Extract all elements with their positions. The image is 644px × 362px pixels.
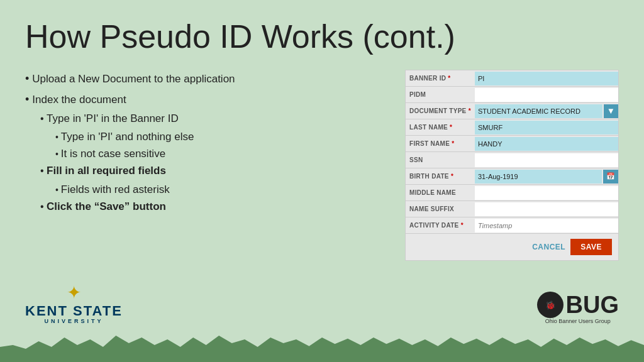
birth-date-row: BIRTH DATE * 📅: [406, 168, 618, 185]
document-type-wrapper: ▼: [475, 104, 618, 118]
pidm-row: PIDM: [406, 87, 618, 103]
document-type-dropdown-button[interactable]: ▼: [604, 104, 618, 118]
list-item: Fill in all required fields Fields with …: [40, 162, 386, 197]
kent-state-sub: UNIVERSITY: [44, 318, 103, 324]
list-item: Upload a New Document to the application: [25, 70, 386, 88]
slide-title: How Pseudo ID Works (cont.): [25, 19, 619, 55]
obug-text-row: 🐞 BUG: [537, 292, 619, 318]
name-suffix-label: NAME SUFFIX: [406, 203, 475, 215]
list-item: Fields with red asterisk: [55, 181, 386, 198]
bullet-list: Upload a New Document to the application…: [25, 70, 386, 217]
activity-date-row: ACTIVITY DATE *: [406, 217, 618, 234]
document-type-label: DOCUMENT TYPE *: [406, 105, 475, 117]
bottom-bar: ✦ KENT STATE UNIVERSITY 🐞 BUG Ohio Banne…: [0, 282, 644, 324]
document-type-row: DOCUMENT TYPE * ▼: [406, 103, 618, 119]
birth-date-input[interactable]: [475, 170, 602, 184]
kent-state-logo: ✦ KENT STATE UNIVERSITY: [25, 282, 123, 324]
form-footer: CANCEL SAVE: [406, 234, 618, 260]
list-item: Click the “Save” button: [40, 198, 386, 215]
ssn-row: SSN: [406, 152, 618, 168]
birth-date-label: BIRTH DATE *: [406, 170, 475, 182]
pidm-input[interactable]: [475, 88, 618, 102]
middle-name-label: MIDDLE NAME: [406, 187, 475, 199]
last-name-input[interactable]: [475, 121, 618, 134]
cancel-button[interactable]: CANCEL: [532, 243, 565, 251]
form-panel: BANNER ID * PIDM DOCUMENT TYPE * ▼: [405, 70, 619, 261]
banner-id-label: BANNER ID *: [406, 72, 475, 84]
kent-state-icon: ✦: [67, 282, 81, 303]
last-name-label: LAST NAME *: [406, 121, 475, 133]
obug-sub: Ohio Banner Users Group: [545, 318, 611, 324]
list-item: Index the document Type in 'PI' in the B…: [25, 90, 386, 215]
list-item: It is not case sensitive: [55, 145, 386, 162]
tree-silhouette: [0, 324, 644, 362]
obug-logo: 🐞 BUG Ohio Banner Users Group: [537, 292, 619, 324]
kent-state-name: KENT STATE: [25, 304, 123, 318]
first-name-input[interactable]: [475, 137, 618, 151]
first-name-row: FIRST NAME *: [406, 136, 618, 152]
banner-id-row: BANNER ID *: [406, 70, 618, 87]
document-type-input[interactable]: [475, 104, 602, 118]
banner-id-input[interactable]: [475, 72, 618, 85]
activity-date-input[interactable]: [475, 219, 618, 233]
birth-date-wrapper: 📅: [475, 170, 618, 184]
middle-name-input[interactable]: [475, 186, 618, 200]
ssn-label: SSN: [406, 154, 475, 166]
ssn-input[interactable]: [475, 153, 618, 167]
save-button[interactable]: SAVE: [570, 239, 612, 255]
last-name-row: LAST NAME *: [406, 119, 618, 136]
calendar-button[interactable]: 📅: [603, 170, 618, 184]
pidm-label: PIDM: [406, 89, 475, 101]
middle-name-row: MIDDLE NAME: [406, 185, 618, 201]
obug-circle-icon: 🐞: [537, 292, 564, 318]
name-suffix-input[interactable]: [475, 202, 618, 216]
activity-date-label: ACTIVITY DATE *: [406, 219, 475, 231]
first-name-label: FIRST NAME *: [406, 138, 475, 150]
list-item: Type in 'PI' and nothing else: [55, 128, 386, 145]
main-content: How Pseudo ID Works (cont.) Upload a New…: [0, 0, 644, 273]
list-item: Type in 'PI' in the Banner ID Type in 'P…: [40, 110, 386, 163]
content-area: Upload a New Document to the application…: [25, 70, 619, 261]
name-suffix-row: NAME SUFFIX: [406, 201, 618, 217]
